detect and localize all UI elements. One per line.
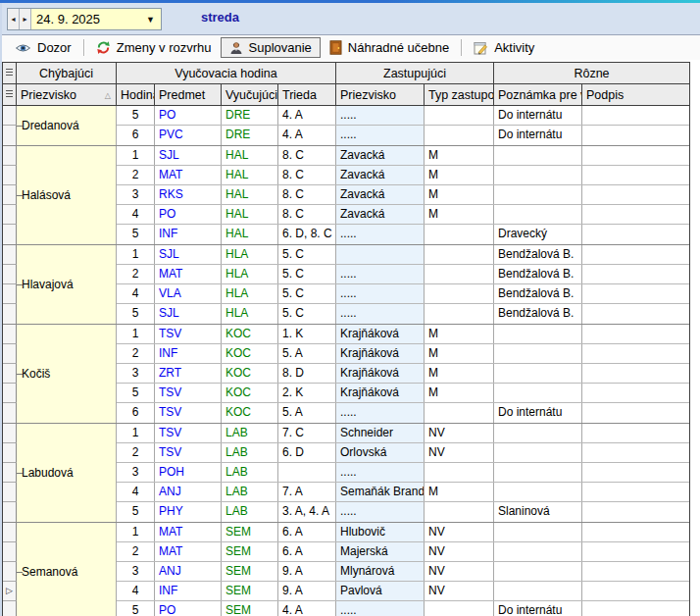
trieda-cell[interactable]: 6. A	[278, 542, 336, 561]
predmet-cell[interactable]: MAT	[155, 523, 222, 541]
vyucujuci-cell[interactable]: HAL	[222, 225, 278, 244]
podpis-cell[interactable]	[582, 284, 689, 303]
predmet-cell[interactable]: PHY	[155, 502, 222, 522]
vyucujuci-cell[interactable]: SEM	[222, 601, 278, 616]
vyucujuci-cell[interactable]: SEM	[222, 562, 278, 581]
typ-zastupovania-cell[interactable]: M	[425, 146, 494, 165]
trieda-cell[interactable]: 6. A	[278, 523, 336, 541]
hodina-cell[interactable]: 5	[117, 106, 155, 125]
tab-zmeny-v-rozvrhu[interactable]: Zmeny v rozvrhu	[87, 37, 221, 58]
predmet-cell[interactable]: PO	[155, 205, 222, 224]
predmet-cell[interactable]: TSV	[155, 325, 222, 343]
typ-zastupovania-cell[interactable]: NV	[425, 523, 494, 541]
vyucujuci-cell[interactable]: HAL	[222, 146, 278, 165]
predmet-cell[interactable]: MAT	[155, 166, 222, 184]
absent-teacher-cell[interactable]: Kočiš	[17, 325, 117, 423]
poznamka-cell[interactable]	[494, 166, 582, 184]
predmet-cell[interactable]: TSV	[155, 384, 222, 402]
absent-teacher-cell[interactable]: Labudová	[17, 424, 117, 522]
poznamka-cell[interactable]	[494, 582, 582, 600]
vyucujuci-cell[interactable]: KOC	[222, 325, 278, 343]
podpis-cell[interactable]	[582, 245, 689, 264]
predmet-cell[interactable]: SJL	[155, 245, 222, 264]
typ-zastupovania-cell[interactable]: M	[425, 185, 494, 204]
vyucujuci-cell[interactable]: LAB	[222, 463, 278, 482]
vyucujuci-cell[interactable]: SEM	[222, 582, 278, 600]
vyucujuci-cell[interactable]: SEM	[222, 523, 278, 541]
podpis-cell[interactable]	[582, 126, 689, 145]
hodina-cell[interactable]: 4	[117, 582, 155, 600]
zastupujuci-cell[interactable]: .....	[336, 304, 425, 324]
predmet-cell[interactable]: PO	[155, 106, 222, 125]
typ-zastupovania-cell[interactable]	[425, 463, 494, 482]
podpis-cell[interactable]	[582, 344, 689, 363]
predmet-cell[interactable]: INF	[155, 225, 222, 244]
row-selector-cell[interactable]	[3, 403, 17, 423]
absent-teacher-cell[interactable]: Dredanová	[17, 106, 117, 145]
hodina-cell[interactable]: 2	[117, 542, 155, 561]
row-selector-cell[interactable]	[3, 344, 17, 364]
zastupujuci-cell[interactable]	[336, 245, 425, 264]
podpis-cell[interactable]	[582, 601, 689, 616]
typ-zastupovania-cell[interactable]	[425, 245, 494, 264]
podpis-cell[interactable]	[582, 582, 689, 600]
predmet-cell[interactable]: PO	[155, 601, 222, 616]
vyucujuci-cell[interactable]: DRE	[222, 126, 278, 145]
calendar-dropdown-icon[interactable]: ▼	[146, 15, 155, 25]
zastupujuci-cell[interactable]: Zavacká	[336, 146, 425, 165]
typ-zastupovania-cell[interactable]: NV	[425, 562, 494, 581]
typ-zastupovania-cell[interactable]	[425, 126, 494, 145]
predmet-cell[interactable]: TSV	[155, 403, 222, 423]
typ-zastupovania-cell[interactable]	[425, 225, 494, 244]
hodina-cell[interactable]: 6	[117, 403, 155, 423]
hodina-cell[interactable]: 4	[117, 284, 155, 303]
typ-zastupovania-cell[interactable]: M	[425, 325, 494, 343]
poznamka-cell[interactable]: Do internátu	[494, 403, 582, 423]
trieda-cell[interactable]	[278, 463, 336, 482]
poznamka-cell[interactable]	[494, 483, 582, 501]
zastupujuci-cell[interactable]: .....	[336, 403, 425, 423]
gutter-header-cell[interactable]	[3, 63, 17, 83]
trieda-cell[interactable]: 8. D	[278, 364, 336, 383]
gutter-header-cell[interactable]	[3, 84, 17, 105]
predmet-cell[interactable]: SJL	[155, 146, 222, 165]
zastupujuci-cell[interactable]: Krajňáková	[336, 384, 425, 402]
hodina-cell[interactable]: 1	[117, 146, 155, 165]
poznamka-cell[interactable]	[494, 384, 582, 402]
tab-aktivity[interactable]: Aktivity	[465, 37, 543, 58]
trieda-cell[interactable]: 9. A	[278, 562, 336, 581]
zastupujuci-cell[interactable]: .....	[336, 106, 425, 125]
hodina-cell[interactable]: 5	[117, 384, 155, 402]
row-selector-cell[interactable]	[3, 205, 17, 225]
row-selector-cell[interactable]	[3, 284, 17, 304]
typ-zastupovania-cell[interactable]: M	[425, 384, 494, 402]
trieda-cell[interactable]: 5. C	[278, 284, 336, 303]
hodina-cell[interactable]: 5	[117, 502, 155, 522]
tab-suplovanie[interactable]: Suplovanie	[221, 37, 321, 58]
poznamka-cell[interactable]: Do internátu	[494, 106, 582, 125]
group-header-chybajuci[interactable]: Chýbajúci	[17, 63, 117, 83]
podpis-cell[interactable]	[582, 502, 689, 522]
podpis-cell[interactable]	[582, 166, 689, 184]
hodina-cell[interactable]: 4	[117, 483, 155, 501]
row-selector-cell[interactable]	[3, 463, 17, 483]
hodina-cell[interactable]: 3	[117, 364, 155, 383]
col-header-poznamka[interactable]: Poznámka pre v	[494, 84, 582, 105]
typ-zastupovania-cell[interactable]: M	[425, 344, 494, 363]
typ-zastupovania-cell[interactable]: NV	[425, 443, 494, 462]
vyucujuci-cell[interactable]: HAL	[222, 205, 278, 224]
trieda-cell[interactable]: 5. A	[278, 344, 336, 363]
row-selector-cell[interactable]	[3, 325, 17, 344]
trieda-cell[interactable]: 8. C	[278, 205, 336, 224]
podpis-cell[interactable]	[582, 225, 689, 244]
podpis-cell[interactable]	[582, 424, 689, 442]
col-header-priezvisko-absent[interactable]: Priezvisko △	[17, 84, 117, 105]
row-selector-cell[interactable]	[3, 523, 17, 542]
typ-zastupovania-cell[interactable]	[425, 284, 494, 303]
hodina-cell[interactable]: 1	[117, 424, 155, 442]
predmet-cell[interactable]: TSV	[155, 443, 222, 462]
zastupujuci-cell[interactable]: Schneider	[336, 424, 425, 442]
hodina-cell[interactable]: 3	[117, 562, 155, 581]
hodina-cell[interactable]: 3	[117, 185, 155, 204]
trieda-cell[interactable]: 5. C	[278, 265, 336, 283]
